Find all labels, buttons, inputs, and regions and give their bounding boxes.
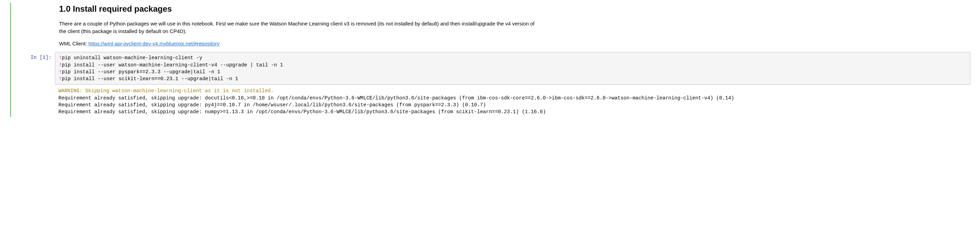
code-input-area[interactable]: !pip uninstall watson-machine-learning-c… [55, 52, 970, 85]
shell-bang: ! [59, 62, 62, 68]
link-prefix: WML Client: [59, 41, 88, 46]
wml-client-link[interactable]: https://wml-api-pyclient-dev-v4.mybluemi… [88, 41, 220, 46]
code-line: pip install --user scikit-learn==0.23.1 … [62, 76, 238, 81]
shell-bang: ! [59, 69, 62, 75]
section-heading: 1.0 Install required packages [59, 3, 540, 15]
output-line: Requirement already satisfied, skipping … [59, 95, 734, 101]
code-line: pip install --user pyspark==2.3.3 --upgr… [62, 69, 220, 75]
output-line: Requirement already satisfied, skipping … [59, 102, 486, 108]
output-line: Requirement already satisfied, skipping … [59, 109, 546, 115]
code-cell: In [1]: !pip uninstall watson-machine-le… [11, 52, 973, 116]
shell-bang: ! [59, 76, 62, 81]
code-line: pip install --user watson-machine-learni… [62, 62, 283, 68]
output-warning: WARNING: Skipping watson-machine-learnin… [59, 88, 274, 94]
section-paragraph-link: WML Client: https://wml-api-pyclient-dev… [59, 40, 540, 48]
shell-bang: ! [59, 55, 62, 61]
markdown-cell: 1.0 Install required packages There are … [11, 3, 540, 47]
code-output-area: WARNING: Skipping watson-machine-learnin… [55, 85, 970, 116]
code-line: pip uninstall watson-machine-learning-cl… [62, 55, 202, 61]
section-paragraph: There are a couple of Python packages we… [59, 20, 540, 35]
notebook-cell-group: 1.0 Install required packages There are … [10, 3, 973, 117]
code-column: !pip uninstall watson-machine-learning-c… [55, 52, 970, 116]
input-prompt: In [1]: [14, 52, 55, 116]
